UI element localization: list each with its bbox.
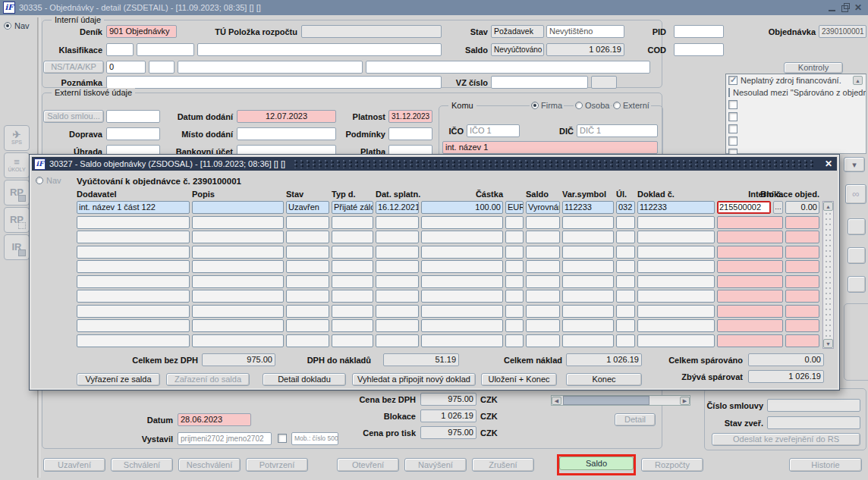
table-cell-empty[interactable] [421,231,503,243]
table-cell-empty[interactable] [637,275,715,288]
table-cell-empty[interactable] [77,216,190,229]
table-cell-empty[interactable] [505,246,524,259]
cell-saldo[interactable]: Vyrovnáno [526,201,560,214]
table-cell-empty[interactable] [332,290,373,303]
vz-cislo-field[interactable] [491,76,588,89]
saldo-button[interactable]: Saldo [559,456,634,470]
checkbox-icon[interactable] [728,100,737,109]
platnost-field[interactable]: 31.12.2023 [388,110,432,123]
interni-lookup-button[interactable]: … [773,201,783,214]
table-cell-empty[interactable] [421,290,503,303]
table-cell-empty[interactable] [637,334,715,347]
record-scrollbar[interactable]: ◀ ▶ [551,395,690,406]
table-cell-empty[interactable] [562,216,614,229]
table-cell-empty-interni[interactable] [717,275,783,288]
cell-splatnost[interactable]: 16.12.2021 [376,201,419,214]
table-cell-empty[interactable] [526,216,560,229]
externi-radio-icon[interactable] [613,102,621,109]
table-cell-empty-blokace[interactable] [785,216,819,229]
table-cell-empty[interactable] [376,231,419,243]
scroll-left-icon[interactable]: ◀ [552,397,561,405]
nav-toggle[interactable]: Nav [4,21,30,30]
table-cell-empty[interactable] [77,305,190,318]
scroll-up-icon[interactable]: ▲ [823,202,833,211]
pid-field[interactable] [674,25,724,38]
datum-dodani-field[interactable]: 12.07.2023 [237,110,336,123]
ns-field-3[interactable] [178,61,363,74]
dic-field[interactable]: DIČ 1 [577,124,658,137]
table-cell-empty[interactable] [286,260,329,273]
table-cell-empty[interactable] [192,246,284,259]
table-cell-empty[interactable] [332,334,373,347]
table-cell-empty[interactable] [77,319,190,332]
table-cell-empty-interni[interactable] [717,319,783,332]
ulozeni-konec-button[interactable]: Uložení + Konec [481,373,557,386]
cell-stav[interactable]: Uzavřen [286,201,329,214]
firma-radio-icon[interactable] [531,102,539,109]
klasifikace-field-1[interactable] [106,43,134,56]
table-cell-empty[interactable] [421,334,503,347]
table-cell-empty[interactable] [77,290,190,303]
close-icon[interactable]: ✕ [854,3,862,12]
radio-externi[interactable]: Externí [612,101,651,110]
minimize-icon[interactable] [829,4,835,11]
table-cell-empty[interactable] [637,231,715,243]
dialog-close-icon[interactable]: ✕ [822,158,835,169]
ns-field-2[interactable] [149,61,175,74]
table-cell-empty[interactable] [376,246,419,259]
table-cell-empty[interactable] [562,305,614,318]
ns-field-1[interactable]: 0 [106,61,146,74]
table-cell-empty[interactable] [637,260,715,273]
datum-field[interactable]: 28.06.2023 [178,413,251,426]
radio-osoba[interactable]: Osoba [574,101,611,110]
table-cell-empty[interactable] [505,275,524,288]
table-cell-empty-blokace[interactable] [785,246,819,259]
table-cell-empty[interactable] [526,334,560,347]
table-cell-empty[interactable] [286,319,329,332]
nav-radio[interactable] [4,22,11,30]
table-cell-empty[interactable] [421,275,503,288]
table-cell-empty[interactable] [286,290,329,303]
table-cell-empty[interactable] [526,275,560,288]
table-cell-empty[interactable] [421,319,503,332]
table-cell-empty[interactable] [332,319,373,332]
table-cell-empty[interactable] [376,275,419,288]
table-cell-empty[interactable] [526,246,560,259]
table-cell-empty[interactable] [616,305,635,318]
table-cell-empty[interactable] [286,334,329,347]
table-cell-empty[interactable] [332,305,373,318]
table-vscrollbar[interactable]: ▲ ▼ [822,201,834,349]
table-cell-empty-blokace[interactable] [785,260,819,273]
table-cell-empty[interactable] [637,319,715,332]
table-cell-empty[interactable] [616,319,635,332]
saldo-smlouvy-field[interactable] [106,110,160,123]
table-cell-empty[interactable] [376,334,419,347]
table-cell-empty[interactable] [616,260,635,273]
cell-dodavatel[interactable]: int. název 1 část 122 [77,201,190,214]
table-cell-empty[interactable] [616,216,635,229]
table-cell-empty[interactable] [616,334,635,347]
detail-dokladu-button[interactable]: Detail dokladu [263,373,346,386]
table-cell-empty[interactable] [421,305,503,318]
table-cell-empty[interactable] [526,290,560,303]
table-cell-empty[interactable] [421,260,503,273]
kontroly-scroll-up-icon[interactable]: ▲ [853,76,863,85]
table-cell-empty[interactable] [286,246,329,259]
table-cell-empty[interactable] [562,290,614,303]
denik-field[interactable]: 901 Objednávky [106,25,177,38]
table-cell-empty-interni[interactable] [717,290,783,303]
table-cell-empty[interactable] [616,231,635,243]
vyhledat-pripojit-button[interactable]: Vyhledat a připojit nový doklad [352,373,476,386]
konec-button[interactable]: Konec [566,373,642,386]
table-cell-empty[interactable] [526,260,560,273]
table-cell-empty[interactable] [616,275,635,288]
table-cell-empty[interactable] [286,275,329,288]
table-cell-empty[interactable] [376,305,419,318]
table-cell-empty[interactable] [505,290,524,303]
vystavil-checkbox-icon[interactable] [278,434,287,443]
kontakt-field[interactable]: Mob.: číslo 50056, E-mail: jana.danl [291,432,338,445]
table-cell-empty-interni[interactable] [717,216,783,229]
table-cell-empty[interactable] [505,334,524,347]
table-cell-empty[interactable] [562,334,614,347]
table-cell-empty[interactable] [562,319,614,332]
